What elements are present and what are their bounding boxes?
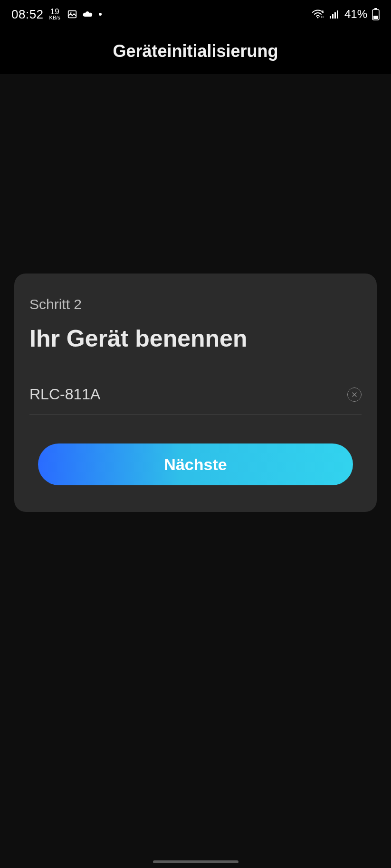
- gesture-bar[interactable]: [153, 860, 238, 863]
- device-name-input[interactable]: [29, 386, 347, 403]
- svg-point-2: [99, 13, 102, 16]
- card-title: Ihr Gerät benennen: [29, 325, 362, 352]
- dot-icon: [98, 12, 102, 16]
- image-icon: [67, 9, 77, 19]
- main-content: Schritt 2 Ihr Gerät benennen Nächste: [0, 74, 391, 868]
- svg-text:6: 6: [322, 9, 324, 14]
- svg-rect-11: [373, 16, 378, 19]
- status-bar: 08:52 19 KB/s: [0, 0, 391, 28]
- svg-rect-7: [334, 12, 336, 19]
- next-button[interactable]: Nächste: [38, 443, 353, 485]
- signal-icon: [329, 10, 340, 19]
- setup-card: Schritt 2 Ihr Gerät benennen Nächste: [14, 274, 377, 512]
- status-bar-right: 6 41%: [312, 8, 380, 21]
- svg-rect-5: [330, 16, 331, 19]
- svg-rect-6: [332, 14, 334, 19]
- status-bar-left: 08:52 19 KB/s: [11, 7, 102, 22]
- battery-icon: [372, 8, 380, 20]
- status-time: 08:52: [11, 7, 44, 22]
- close-icon: [351, 391, 358, 398]
- cloud-icon: [82, 10, 94, 19]
- svg-point-3: [317, 17, 318, 19]
- wifi-icon: 6: [312, 9, 324, 19]
- clear-input-button[interactable]: [347, 387, 362, 402]
- svg-rect-8: [337, 10, 338, 19]
- svg-point-1: [70, 12, 72, 14]
- app-header: Geräteinitialisierung: [0, 28, 391, 74]
- battery-percentage: 41%: [344, 8, 367, 21]
- page-title: Geräteinitialisierung: [113, 41, 278, 61]
- device-name-row: [29, 386, 362, 415]
- status-net-speed: 19 KB/s: [49, 8, 60, 20]
- status-net-speed-unit: KB/s: [49, 16, 60, 20]
- step-label: Schritt 2: [29, 296, 362, 312]
- next-button-label: Nächste: [164, 455, 227, 474]
- status-notification-icons: [67, 9, 102, 19]
